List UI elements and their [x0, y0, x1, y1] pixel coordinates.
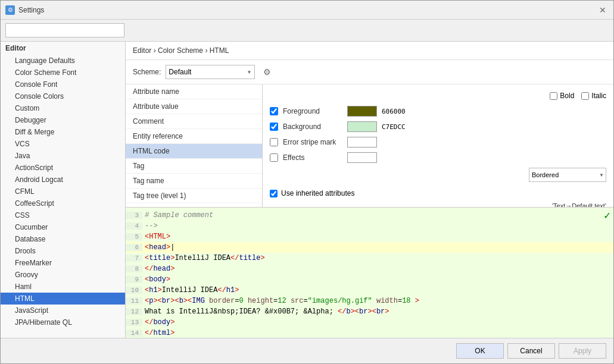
line-content-3: # Sample comment: [142, 211, 213, 219]
line-num-12: 12: [126, 308, 142, 315]
scheme-gear-button[interactable]: ⚙: [260, 65, 274, 79]
code-preview: 3 # Sample comment 4 --> 5 <HTML>: [126, 208, 613, 338]
code-line-9: 9 <body>: [126, 274, 613, 285]
cancel-button[interactable]: Cancel: [507, 343, 555, 359]
line-num-5: 5: [126, 233, 142, 240]
sidebar-item-groovy[interactable]: Groovy: [1, 269, 125, 281]
apply-button[interactable]: Apply: [559, 343, 606, 359]
line-content-5: <HTML>: [142, 233, 170, 241]
scheme-select[interactable]: Default Darcula High contrast Monokai: [166, 65, 255, 79]
sidebar-item-javascript[interactable]: JavaScript: [1, 305, 125, 316]
error-stripe-color[interactable]: [347, 137, 377, 148]
search-input[interactable]: [5, 23, 124, 37]
search-bar: [1, 20, 613, 42]
foreground-color-value: 606000: [382, 108, 406, 115]
foreground-color[interactable]: [347, 106, 377, 117]
sidebar-item-debugger[interactable]: Debugger: [1, 114, 125, 126]
sidebar-item-css[interactable]: CSS: [1, 209, 125, 221]
background-label: Background: [283, 123, 342, 131]
sidebar-item-jpa-hibernate[interactable]: JPA/Hibernate QL: [1, 316, 125, 328]
scheme-label: Scheme:: [133, 68, 161, 76]
line-num-8: 8: [126, 265, 142, 272]
sidebar-item-color-scheme-font[interactable]: Color Scheme Font: [1, 67, 125, 79]
sidebar-item-actionscript[interactable]: ActionScript: [1, 162, 125, 174]
token-comment[interactable]: Comment: [126, 114, 262, 129]
line-content-12: What is IntelliJ&nbsp;IDEA? &#x00B7; &Al…: [142, 307, 389, 316]
token-properties: Bold Italic Foreground: [263, 84, 613, 207]
line-content-10: <h1>IntelliJ IDEA</h1>: [142, 286, 239, 294]
foreground-label: Foreground: [283, 107, 342, 115]
line-num-3: 3: [126, 212, 142, 219]
ok-button[interactable]: OK: [456, 343, 504, 359]
italic-checkbox[interactable]: [581, 92, 589, 100]
title-bar: ⚙ Settings ✕: [1, 1, 613, 20]
sidebar-item-coffeescript[interactable]: CoffeeScript: [1, 197, 125, 209]
background-color-value: C7EDCC: [382, 123, 406, 131]
title-bar-left: ⚙ Settings: [5, 5, 44, 15]
line-content-9: <body>: [142, 275, 170, 284]
sidebar-editor-header[interactable]: Editor: [1, 42, 125, 55]
content-area: Editor › Color Scheme › HTML Scheme: Def…: [126, 42, 613, 338]
line-num-14: 14: [126, 330, 142, 337]
code-line-5: 5 <HTML>: [126, 231, 613, 242]
sidebar-item-html[interactable]: HTML: [1, 293, 125, 305]
background-color[interactable]: [347, 121, 377, 132]
token-attribute-name[interactable]: Attribute name: [126, 84, 262, 99]
token-tag-name[interactable]: Tag name: [126, 174, 262, 189]
line-num-6: 6: [126, 244, 142, 251]
code-line-3: 3 # Sample comment: [126, 210, 613, 221]
use-inherited-label: Use inherited attributes: [281, 189, 354, 197]
sidebar-item-drools[interactable]: Drools: [1, 245, 125, 257]
background-row: Background C7EDCC: [270, 121, 606, 132]
foreground-row: Foreground 606000: [270, 106, 606, 117]
error-stripe-label: Error stripe mark: [283, 138, 342, 146]
code-line-13: 13 </body>: [126, 317, 613, 328]
sidebar-item-cfml[interactable]: CFML: [1, 186, 125, 197]
token-attribute-value[interactable]: Attribute value: [126, 99, 262, 114]
effects-checkbox[interactable]: [270, 153, 278, 162]
bold-checkbox[interactable]: [550, 92, 557, 100]
token-tag[interactable]: Tag: [126, 159, 262, 174]
effects-color[interactable]: [347, 152, 377, 163]
middle-area: Attribute name Attribute value Comment E…: [126, 84, 613, 207]
error-stripe-row: Error stripe mark: [270, 137, 606, 148]
background-checkbox[interactable]: [270, 123, 278, 131]
line-content-13: </body>: [142, 318, 174, 327]
sidebar-item-android-logcat[interactable]: Android Logcat: [1, 174, 125, 186]
token-entity-reference[interactable]: Entity reference: [126, 129, 262, 144]
effects-label: Effects: [283, 153, 342, 162]
token-html-code[interactable]: HTML code: [126, 144, 262, 159]
error-stripe-checkbox[interactable]: [270, 138, 278, 146]
sidebar-item-database[interactable]: Database: [1, 233, 125, 245]
settings-window: ⚙ Settings ✕ Editor Language Defaults Co…: [0, 0, 614, 364]
sidebar-item-language-defaults[interactable]: Language Defaults: [1, 55, 125, 67]
sidebar-item-diff-merge[interactable]: Diff & Merge: [1, 126, 125, 138]
token-tag-tree-1[interactable]: Tag tree (level 1): [126, 189, 262, 203]
code-line-8: 8 </head>: [126, 263, 613, 274]
preview-checkmark: ✓: [603, 210, 611, 221]
sidebar-item-vcs[interactable]: VCS: [1, 138, 125, 150]
bottom-bar: OK Cancel Apply: [1, 338, 613, 363]
preview-area: ✓ 3 # Sample comment 4 --> 5: [126, 207, 613, 338]
sidebar-item-console-font[interactable]: Console Font: [1, 79, 125, 90]
sidebar-item-freemarker[interactable]: FreeMarker: [1, 257, 125, 269]
main-area: Editor Language Defaults Color Scheme Fo…: [1, 42, 613, 338]
sidebar-item-console-colors[interactable]: Console Colors: [1, 90, 125, 102]
close-button[interactable]: ✕: [597, 4, 609, 16]
scheme-select-wrapper: Default Darcula High contrast Monokai: [166, 65, 255, 79]
sidebar-item-java[interactable]: Java: [1, 150, 125, 162]
sidebar-item-haml[interactable]: Haml: [1, 281, 125, 293]
text-hint-area: 'Text→Default text' of of General: [270, 202, 606, 207]
code-line-14: 14 </html>: [126, 328, 613, 338]
foreground-checkbox[interactable]: [270, 107, 278, 115]
bold-label[interactable]: Bold: [550, 92, 574, 100]
sidebar-item-cucumber[interactable]: Cucumber: [1, 221, 125, 233]
line-content-6: <head>|: [142, 243, 174, 252]
code-line-4: 4 -->: [126, 221, 613, 231]
use-inherited-checkbox[interactable]: [270, 190, 278, 197]
sidebar-item-custom[interactable]: Custom: [1, 102, 125, 114]
effects-select[interactable]: Bordered Underscored Bold underscored Un…: [529, 168, 606, 182]
italic-label[interactable]: Italic: [581, 92, 606, 100]
use-inherited-row: Use inherited attributes: [270, 189, 606, 197]
code-line-7: 7 <title>IntelliJ IDEA</title>: [126, 253, 613, 263]
